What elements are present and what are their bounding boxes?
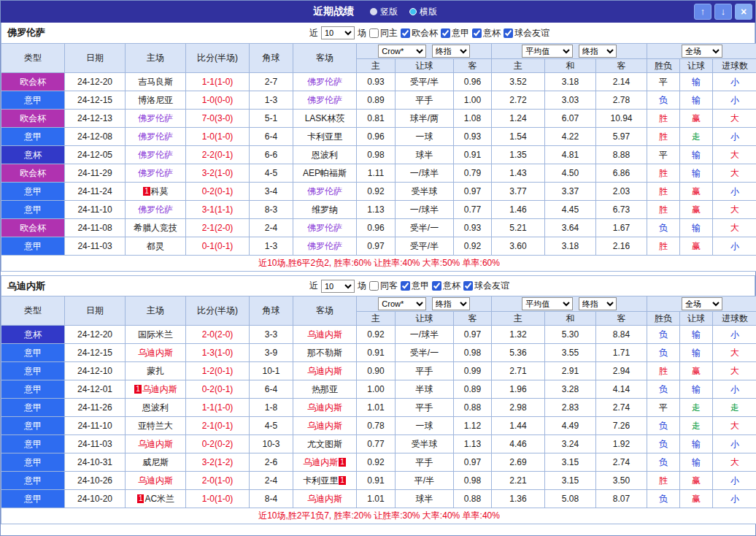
team-name[interactable]: 乌迪内斯 (138, 439, 173, 449)
match-date: 24-11-24 (65, 183, 126, 201)
team-name[interactable]: 佛罗伦萨 (307, 77, 342, 87)
filter-checkbox-意甲[interactable]: 意甲 (401, 280, 429, 292)
team-name[interactable]: 博洛尼亚 (138, 95, 173, 105)
result-goals: 小 (713, 73, 756, 91)
filter-controls: 近 10 场 同客意甲意杯球会友谊 (308, 280, 514, 293)
scope-select[interactable]: 全场 (682, 297, 722, 310)
team-name[interactable]: 都灵 (147, 241, 164, 251)
avg-time-select[interactable]: 终指 (579, 45, 617, 58)
team-name[interactable]: 尤文图斯 (307, 439, 342, 449)
match-type-badge: 欧会杯 (1, 73, 65, 91)
move-up-button[interactable]: ↑ (694, 4, 711, 20)
team-name[interactable]: 乌迪内斯 (307, 329, 342, 340)
score-cell: 2-0(2-0) (186, 326, 250, 344)
avg-odds-select[interactable]: 平均值 (522, 297, 573, 310)
home-team-cell: 吉马良斯 (126, 73, 186, 91)
checkbox-input[interactable] (401, 281, 410, 291)
team-name[interactable]: 那不勒斯 (307, 348, 342, 358)
team-name[interactable]: 威尼斯 (142, 457, 169, 467)
avg-odds-away: 8.84 (596, 326, 647, 344)
asian-odds-away: 0.77 (454, 201, 492, 219)
team-name[interactable]: 佛罗伦萨 (138, 150, 173, 160)
team-name[interactable]: 科莫 (151, 186, 169, 196)
asian-odds-home: 0.96 (357, 219, 396, 237)
team-name[interactable]: 乌迪内斯 (307, 421, 342, 431)
team-name[interactable]: 恩波利 (142, 402, 169, 413)
filter-checkbox-意杯[interactable]: 意杯 (472, 27, 501, 39)
scope-select[interactable]: 全场 (682, 45, 722, 58)
team-name[interactable]: 佛罗伦萨 (138, 131, 173, 142)
result-goals: 小 (713, 326, 756, 344)
close-button[interactable]: × (735, 4, 752, 20)
team-name[interactable]: 乌迪内斯 (138, 348, 173, 358)
checkbox-input[interactable] (369, 28, 379, 38)
team-name[interactable]: 乌迪内斯 (142, 384, 177, 394)
score-cell: 3-2(1-0) (186, 164, 250, 183)
team-name[interactable]: 佛罗伦萨 (138, 113, 173, 123)
away-team-cell: 佛罗伦萨 (293, 73, 357, 91)
filter-checkbox-同主[interactable]: 同主 (369, 27, 398, 39)
result-outcome: 负 (647, 91, 680, 110)
team-name[interactable]: 恩波利 (312, 150, 338, 160)
home-team-cell: 国际米兰 (126, 326, 186, 344)
team-name[interactable]: 乌迪内斯 (138, 475, 173, 486)
radio-label-vertical: 竖版 (380, 6, 398, 18)
odds-source-select[interactable]: Crow* (378, 297, 426, 310)
checkbox-input[interactable] (504, 28, 513, 38)
filter-checkbox-球会友谊[interactable]: 球会友谊 (504, 27, 549, 39)
team-name[interactable]: AEP帕福斯 (303, 168, 347, 178)
team-name[interactable]: 乌迪内斯 (303, 457, 338, 467)
team-name[interactable]: 卡利亚里 (303, 475, 338, 486)
score-cell: 3-1(1-1) (186, 201, 250, 219)
view-horizontal-radio[interactable]: 横版 (409, 6, 437, 18)
result-handicap: 输 (680, 344, 713, 362)
team-name[interactable]: 亚特兰大 (138, 421, 173, 431)
odds-time-select[interactable]: 终指 (432, 45, 470, 58)
match-row: 欧会杯24-11-29佛罗伦萨3-2(1-0)4-5AEP帕福斯1.11一/球半… (1, 164, 756, 183)
filter-checkbox-球会友谊[interactable]: 球会友谊 (463, 280, 509, 292)
checkbox-input[interactable] (472, 28, 482, 38)
filter-checkbox-意甲[interactable]: 意甲 (441, 27, 469, 39)
filter-checkbox-同客[interactable]: 同客 (369, 280, 398, 292)
filter-checkbox-欧会杯[interactable]: 欧会杯 (401, 27, 438, 39)
odds-time-select[interactable]: 终指 (432, 297, 470, 310)
avg-odds-select[interactable]: 平均值 (522, 45, 573, 58)
team-name[interactable]: 佛罗伦萨 (307, 241, 342, 251)
team-name[interactable]: 吉马良斯 (138, 77, 173, 87)
team-name[interactable]: 乌迪内斯 (307, 366, 342, 376)
up-arrow-icon: ↑ (701, 6, 706, 17)
avg-odds-away: 10.94 (596, 110, 647, 128)
team-name[interactable]: 热那亚 (312, 384, 338, 394)
team-name[interactable]: 佛罗伦萨 (307, 95, 342, 105)
avg-time-select[interactable]: 终指 (579, 297, 617, 310)
team-name[interactable]: 佛罗伦萨 (138, 168, 173, 178)
filter-checkbox-意杯[interactable]: 意杯 (432, 280, 460, 292)
result-goals: 小 (713, 91, 756, 110)
asian-handicap: 平手 (396, 362, 454, 380)
checkbox-input[interactable] (432, 281, 441, 291)
move-down-button[interactable]: ↓ (714, 4, 732, 20)
team-name[interactable]: 希腊人竞技 (134, 223, 177, 233)
checkbox-input[interactable] (401, 28, 410, 38)
team-name[interactable]: LASK林茨 (305, 113, 345, 123)
checkbox-input[interactable] (441, 28, 450, 38)
result-handicap: 输 (680, 435, 713, 453)
team-name[interactable]: 佛罗伦萨 (307, 186, 342, 196)
team-name[interactable]: 卡利亚里 (307, 131, 342, 142)
match-count-select[interactable]: 10 (321, 280, 355, 293)
team-name[interactable]: 蒙扎 (147, 366, 164, 376)
team-name[interactable]: 国际米兰 (138, 329, 173, 340)
team-name[interactable]: 乌迪内斯 (307, 494, 342, 504)
team-name[interactable]: AC米兰 (144, 494, 174, 504)
match-count-select[interactable]: 10 (321, 26, 355, 39)
result-outcome: 胜 (647, 164, 680, 183)
team-name[interactable]: 维罗纳 (312, 204, 338, 215)
checkbox-input[interactable] (369, 281, 379, 291)
team-name[interactable]: 佛罗伦萨 (307, 223, 342, 233)
view-vertical-radio[interactable]: 竖版 (370, 6, 398, 18)
team-name[interactable]: 佛罗伦萨 (138, 204, 173, 215)
odds-source-select[interactable]: Crow* (378, 45, 426, 58)
score-cell: 2-1(2-0) (186, 219, 250, 237)
checkbox-input[interactable] (463, 281, 473, 291)
team-name[interactable]: 乌迪内斯 (307, 402, 342, 413)
